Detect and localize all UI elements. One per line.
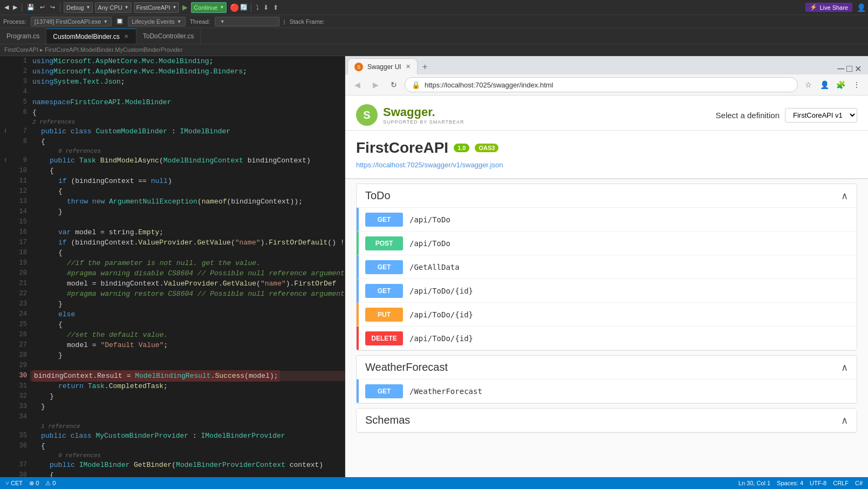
endpoint-get-api-todo[interactable]: GET /api/ToDo [357,208,857,232]
close-tab-icon[interactable]: ✕ [123,33,129,40]
extensions-icon[interactable]: 🧩 [833,78,848,92]
back-btn[interactable]: ◀ [2,3,11,12]
code-line [30,361,345,371]
step-into[interactable]: ⬇ [261,4,271,11]
profile-icon[interactable]: 👤 [817,78,831,92]
process-dropdown[interactable]: [13748] FirstCoreAPI.exe ▼ [31,17,112,26]
code-line: var model = string.Empty; [30,227,345,237]
project-dropdown[interactable]: FirstCoreAPI ▼ [134,2,180,13]
browser-tab-swagger[interactable]: S Swagger UI ✕ [347,58,418,74]
error-count[interactable]: ⊗ 0 [29,480,39,487]
weather-section-title: WeatherForecast [365,361,448,373]
save-btn[interactable]: 💾 [24,3,37,12]
encoding[interactable]: UTF-8 [810,480,826,486]
endpoint-get-weather[interactable]: GET /WeatherForecast [357,379,857,403]
live-share-button[interactable]: ⚡ Live Share [805,3,852,12]
language[interactable]: C# [855,480,863,486]
breadcrumb: FirstCoreAPI ▸ FirstCoreAPI.ModelBinder.… [0,44,868,56]
endpoint-delete-todo-id[interactable]: DELETE /api/ToDo/{id} [357,327,857,350]
endpoint-post-api-todo[interactable]: POST /api/ToDo [357,232,857,255]
code-line: { [30,186,345,196]
address-bar[interactable]: 🔒 https://localhost:7025/swagger/index.h… [405,77,798,92]
stop-btn[interactable]: 🔴 [230,3,239,12]
swagger-api-info: FirstCoreAPI 1.0 OAS3 https://localhost:… [345,131,868,179]
code-line: model = "Default Value"; [30,340,345,350]
code-line: { [30,441,345,451]
swagger-content: S Swagger. SUPPORTED BY SMARTBEAR Select… [345,96,868,477]
endpoint-get-todo-id[interactable]: GET /api/ToDo/{id} [357,279,857,303]
tab-label: CustomModelBinder.cs [53,33,119,40]
tab-todo-controller[interactable]: ToDoController.cs [136,29,201,44]
endpoint-put-todo-id[interactable]: PUT /api/ToDo/{id} [357,303,857,327]
ref-hint: 0 references [30,147,345,155]
cpu-dropdown[interactable]: Any CPU ▼ [95,2,131,13]
todo-section: ToDo ∧ GET /api/ToDo POST /api/ToDo GET … [356,184,857,351]
close-browser-tab-icon[interactable]: ✕ [406,63,411,70]
ref-hint: 1 reference [30,422,345,431]
minimize-btn[interactable]: ─ [837,63,844,74]
back-button[interactable]: ◀ [350,77,365,92]
endpoint-get-all-data[interactable]: GET /GetAllData [357,255,857,279]
schemas-section-header[interactable]: Schemas ∧ [357,409,857,432]
swagger-favicon: S [354,63,363,71]
method-get-badge: GET [365,260,403,274]
tab-label: ToDoController.cs [143,32,194,40]
undo-btn[interactable]: ↩ [37,3,47,12]
weather-section-header[interactable]: WeatherForecast ∧ [357,356,857,379]
step-over[interactable]: ⤵ [254,4,261,11]
spaces[interactable]: Spaces: 4 [777,480,803,486]
api-link[interactable]: https://localhost:7025/swagger/v1/swagge… [356,161,503,169]
code-line: } [30,350,345,361]
code-line: #pragma warning restore CS8604 // Possib… [30,289,345,299]
method-get-badge: GET [365,284,403,298]
collapse-icon: ∧ [841,415,848,426]
code-line: { [30,248,345,258]
swagger-logo-circle: S [356,104,378,126]
swagger-logo: S Swagger. SUPPORTED BY SMARTBEAR [356,104,464,126]
refresh-button[interactable]: ↻ [386,77,401,92]
endpoint-path: /api/ToDo [409,215,450,224]
gutter: ! ! [0,56,11,477]
swagger-header: S Swagger. SUPPORTED BY SMARTBEAR Select… [345,96,868,131]
editor-pane: ! ! 1 2 3 4 5 6 7 8 9 10 11 [0,56,345,477]
restart-btn[interactable]: 🔄 [240,4,248,11]
warning-count[interactable]: ⚠ 0 [45,480,56,487]
method-delete-badge: DELETE [365,331,403,345]
debug-dropdown[interactable]: Debug ▼ [64,2,93,13]
thread-dropdown[interactable]: ▼ [215,17,279,26]
git-branch[interactable]: ⑂ CET [5,480,23,486]
maximize-btn[interactable]: □ [846,63,852,74]
forward-btn[interactable]: ▶ [11,3,19,12]
user-icon[interactable]: 👤 [857,3,866,12]
code-line: { [30,320,345,330]
continue-btn[interactable]: Continue ▼ [191,2,227,13]
code-line [30,217,345,227]
tab-program-cs[interactable]: Program.cs [0,29,46,44]
code-area[interactable]: ! ! 1 2 3 4 5 6 7 8 9 10 11 [0,56,345,477]
todo-section-header[interactable]: ToDo ∧ [357,184,857,208]
endpoint-path: /WeatherForecast [409,387,482,396]
process-bar: Process: [13748] FirstCoreAPI.exe ▼ 🔲 Li… [0,15,868,28]
bookmark-icon[interactable]: ☆ [801,78,815,92]
forward-button[interactable]: ▶ [368,77,383,92]
version-badge: 1.0 [454,144,469,152]
tab-label: Program.cs [6,32,39,40]
browser-tab-label: Swagger UI [367,63,401,71]
new-tab-button[interactable]: + [418,59,433,74]
redo-btn[interactable]: ↪ [47,3,58,12]
close-window-btn[interactable]: ✕ [855,64,862,74]
step-out[interactable]: ⬆ [271,4,281,11]
tab-custom-model-binder[interactable]: CustomModelBinder.cs ✕ [46,29,136,44]
lifecycle-dropdown[interactable]: Lifecycle Events ▼ [128,17,185,26]
line-ending[interactable]: CRLF [833,480,849,486]
definition-select[interactable]: FirstCoreAPI v1 [785,108,857,123]
code-line: ▼ public IModelBinder GetBinder(ModelBin… [30,460,345,470]
endpoint-path: /api/ToDo/{id} [409,310,473,319]
line-numbers: 1 2 3 4 5 6 7 8 9 10 11 12 13 14 15 16 1… [11,56,30,477]
status-right: Ln 30, Col 1 Spaces: 4 UTF-8 CRLF C# [739,480,863,486]
collapse-icon: ∧ [841,190,848,202]
code-content[interactable]: using Microsoft.AspNetCore.Mvc.ModelBind… [30,56,345,477]
status-bar: ⑂ CET ⊗ 0 ⚠ 0 Ln 30, Col 1 Spaces: 4 UTF… [0,477,868,489]
endpoint-path: /GetAllData [409,263,460,271]
menu-icon[interactable]: ⋮ [850,78,864,92]
